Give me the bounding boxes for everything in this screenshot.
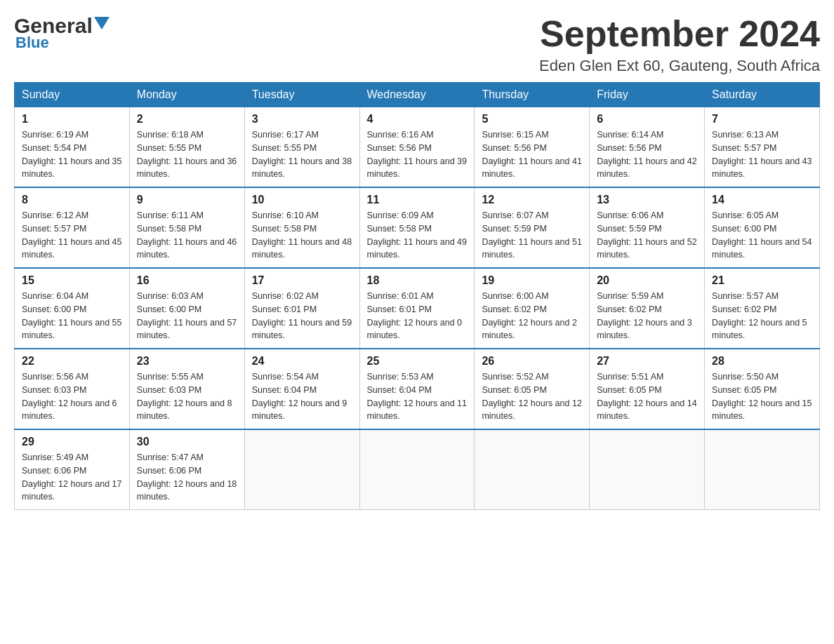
day-info: Sunrise: 5:50 AM Sunset: 6:05 PM Dayligh… (712, 370, 812, 423)
day-info: Sunrise: 6:16 AM Sunset: 5:56 PM Dayligh… (367, 128, 468, 181)
calendar-cell: 19 Sunrise: 6:00 AM Sunset: 6:02 PM Dayl… (475, 268, 590, 349)
day-number: 19 (482, 274, 582, 287)
day-info: Sunrise: 6:11 AM Sunset: 5:58 PM Dayligh… (137, 209, 237, 262)
calendar-cell: 18 Sunrise: 6:01 AM Sunset: 6:01 PM Dayl… (359, 268, 475, 349)
calendar-cell: 16 Sunrise: 6:03 AM Sunset: 6:00 PM Dayl… (129, 268, 244, 349)
day-number: 28 (712, 355, 812, 368)
calendar-week-row-3: 15 Sunrise: 6:04 AM Sunset: 6:00 PM Dayl… (15, 268, 820, 349)
day-info: Sunrise: 6:02 AM Sunset: 6:01 PM Dayligh… (252, 290, 352, 342)
day-number: 8 (22, 194, 122, 206)
calendar-cell (475, 429, 590, 510)
day-info: Sunrise: 6:09 AM Sunset: 5:58 PM Dayligh… (367, 209, 468, 262)
day-number: 27 (597, 355, 697, 368)
calendar-cell: 14 Sunrise: 6:05 AM Sunset: 6:00 PM Dayl… (705, 187, 820, 268)
day-number: 6 (597, 113, 697, 126)
calendar-cell: 5 Sunrise: 6:15 AM Sunset: 5:56 PM Dayli… (475, 107, 590, 188)
day-info: Sunrise: 5:57 AM Sunset: 6:02 PM Dayligh… (712, 290, 812, 342)
day-info: Sunrise: 5:53 AM Sunset: 6:04 PM Dayligh… (367, 370, 468, 423)
day-info: Sunrise: 6:15 AM Sunset: 5:56 PM Dayligh… (482, 128, 582, 181)
day-number: 17 (252, 274, 352, 287)
day-number: 3 (252, 113, 352, 126)
calendar-cell: 10 Sunrise: 6:10 AM Sunset: 5:58 PM Dayl… (244, 187, 359, 268)
day-number: 16 (137, 274, 237, 287)
calendar-week-row-5: 29 Sunrise: 5:49 AM Sunset: 6:06 PM Dayl… (15, 429, 820, 510)
header-friday: Friday (590, 83, 705, 107)
header-thursday: Thursday (475, 83, 590, 107)
calendar-cell: 25 Sunrise: 5:53 AM Sunset: 6:04 PM Dayl… (359, 349, 475, 429)
day-number: 7 (712, 113, 812, 126)
calendar-cell: 30 Sunrise: 5:47 AM Sunset: 6:06 PM Dayl… (129, 429, 244, 510)
day-info: Sunrise: 5:51 AM Sunset: 6:05 PM Dayligh… (597, 370, 697, 423)
day-info: Sunrise: 6:18 AM Sunset: 5:55 PM Dayligh… (137, 128, 237, 181)
day-number: 24 (252, 355, 352, 368)
day-number: 11 (367, 194, 468, 206)
day-number: 5 (482, 113, 582, 126)
month-title: September 2024 (539, 14, 820, 54)
calendar-cell: 8 Sunrise: 6:12 AM Sunset: 5:57 PM Dayli… (15, 187, 130, 268)
title-section: September 2024 Eden Glen Ext 60, Gauteng… (539, 14, 820, 75)
day-info: Sunrise: 5:55 AM Sunset: 6:03 PM Dayligh… (137, 370, 237, 423)
calendar-cell: 23 Sunrise: 5:55 AM Sunset: 6:03 PM Dayl… (129, 349, 244, 429)
day-number: 2 (137, 113, 237, 126)
day-info: Sunrise: 6:03 AM Sunset: 6:00 PM Dayligh… (137, 290, 237, 342)
header-tuesday: Tuesday (244, 83, 359, 107)
day-info: Sunrise: 5:47 AM Sunset: 6:06 PM Dayligh… (137, 451, 237, 504)
day-info: Sunrise: 6:19 AM Sunset: 5:54 PM Dayligh… (22, 128, 122, 181)
day-info: Sunrise: 6:01 AM Sunset: 6:01 PM Dayligh… (367, 290, 468, 342)
calendar-cell: 20 Sunrise: 5:59 AM Sunset: 6:02 PM Dayl… (590, 268, 705, 349)
calendar-cell: 1 Sunrise: 6:19 AM Sunset: 5:54 PM Dayli… (15, 107, 130, 188)
calendar-table: Sunday Monday Tuesday Wednesday Thursday… (14, 82, 820, 510)
calendar-cell: 21 Sunrise: 5:57 AM Sunset: 6:02 PM Dayl… (705, 268, 820, 349)
day-info: Sunrise: 6:06 AM Sunset: 5:59 PM Dayligh… (597, 209, 697, 262)
calendar-cell: 15 Sunrise: 6:04 AM Sunset: 6:00 PM Dayl… (15, 268, 130, 349)
logo-blue-text: Blue (15, 34, 49, 52)
day-number: 30 (137, 436, 237, 448)
day-info: Sunrise: 6:00 AM Sunset: 6:02 PM Dayligh… (482, 290, 582, 342)
day-number: 13 (597, 194, 697, 206)
header-sunday: Sunday (15, 83, 130, 107)
day-info: Sunrise: 6:05 AM Sunset: 6:00 PM Dayligh… (712, 209, 812, 262)
day-info: Sunrise: 6:12 AM Sunset: 5:57 PM Dayligh… (22, 209, 122, 262)
calendar-cell: 27 Sunrise: 5:51 AM Sunset: 6:05 PM Dayl… (590, 349, 705, 429)
day-number: 29 (22, 436, 122, 448)
day-number: 22 (22, 355, 122, 368)
calendar-cell: 4 Sunrise: 6:16 AM Sunset: 5:56 PM Dayli… (359, 107, 475, 188)
calendar-cell (705, 429, 820, 510)
calendar-cell: 9 Sunrise: 6:11 AM Sunset: 5:58 PM Dayli… (129, 187, 244, 268)
calendar-cell: 13 Sunrise: 6:06 AM Sunset: 5:59 PM Dayl… (590, 187, 705, 268)
calendar-cell: 22 Sunrise: 5:56 AM Sunset: 6:03 PM Dayl… (15, 349, 130, 429)
day-number: 18 (367, 274, 468, 287)
day-number: 10 (252, 194, 352, 206)
day-number: 1 (22, 113, 122, 126)
header: General Blue September 2024 Eden Glen Ex… (14, 14, 820, 75)
day-info: Sunrise: 6:13 AM Sunset: 5:57 PM Dayligh… (712, 128, 812, 181)
day-number: 20 (597, 274, 697, 287)
calendar-cell: 17 Sunrise: 6:02 AM Sunset: 6:01 PM Dayl… (244, 268, 359, 349)
calendar-cell (590, 429, 705, 510)
location-subtitle: Eden Glen Ext 60, Gauteng, South Africa (539, 57, 820, 75)
day-info: Sunrise: 6:17 AM Sunset: 5:55 PM Dayligh… (252, 128, 352, 181)
day-info: Sunrise: 5:49 AM Sunset: 6:06 PM Dayligh… (22, 451, 122, 504)
calendar-cell: 24 Sunrise: 5:54 AM Sunset: 6:04 PM Dayl… (244, 349, 359, 429)
calendar-week-row-4: 22 Sunrise: 5:56 AM Sunset: 6:03 PM Dayl… (15, 349, 820, 429)
day-number: 9 (137, 194, 237, 206)
day-info: Sunrise: 6:10 AM Sunset: 5:58 PM Dayligh… (252, 209, 352, 262)
calendar-cell: 11 Sunrise: 6:09 AM Sunset: 5:58 PM Dayl… (359, 187, 475, 268)
header-wednesday: Wednesday (359, 83, 475, 107)
day-info: Sunrise: 5:52 AM Sunset: 6:05 PM Dayligh… (482, 370, 582, 423)
calendar-cell: 26 Sunrise: 5:52 AM Sunset: 6:05 PM Dayl… (475, 349, 590, 429)
calendar-cell: 12 Sunrise: 6:07 AM Sunset: 5:59 PM Dayl… (475, 187, 590, 268)
day-number: 21 (712, 274, 812, 287)
logo: General Blue (14, 14, 110, 52)
day-info: Sunrise: 6:04 AM Sunset: 6:00 PM Dayligh… (22, 290, 122, 342)
day-number: 23 (137, 355, 237, 368)
calendar-header-row: Sunday Monday Tuesday Wednesday Thursday… (15, 83, 820, 107)
day-number: 15 (22, 274, 122, 287)
logo-arrow-icon (94, 17, 110, 32)
day-number: 25 (367, 355, 468, 368)
day-number: 12 (482, 194, 582, 206)
calendar-week-row-2: 8 Sunrise: 6:12 AM Sunset: 5:57 PM Dayli… (15, 187, 820, 268)
day-info: Sunrise: 6:07 AM Sunset: 5:59 PM Dayligh… (482, 209, 582, 262)
calendar-cell: 3 Sunrise: 6:17 AM Sunset: 5:55 PM Dayli… (244, 107, 359, 188)
calendar-cell: 29 Sunrise: 5:49 AM Sunset: 6:06 PM Dayl… (15, 429, 130, 510)
